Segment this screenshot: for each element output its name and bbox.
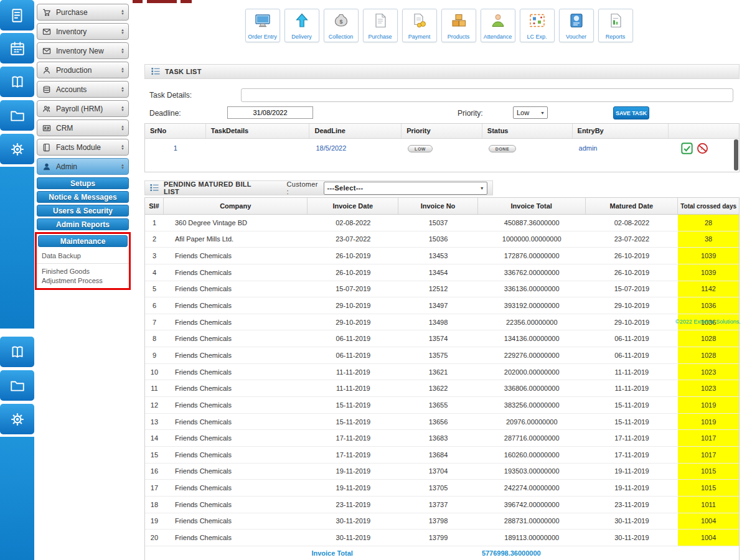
toolbar-button-reports[interactable]: Reports [598,9,633,42]
bill-invoice-date: 17-11-2019 [308,447,398,463]
task-list-panel: TASK LIST Task Details: Deadline: Priori… [144,64,740,172]
bill-company: Friends Chemicals [164,297,308,314]
sidebar-item-setups[interactable]: Setups [37,177,129,189]
bill-invoice-date: 19-11-2019 [308,480,398,496]
toolbar-button-payment[interactable]: Payment [402,9,437,42]
rail-button-notes-icon[interactable] [0,0,34,30]
rail-button-ledger-icon[interactable] [0,337,34,367]
task-srno: 1 [145,144,206,152]
ledger-icon [9,344,26,360]
bill-invoice-total: 193503.00000000 [478,464,586,480]
sort-arrows-icon: ▲▼ [121,164,125,170]
rail-button-calendar-icon[interactable] [0,33,34,63]
bill-company: Friends Chemicals [164,430,308,446]
bill-slno: 14 [145,430,164,446]
toolbar-button-products[interactable]: Products [441,9,476,42]
task-details-row: Task Details: [144,88,740,102]
bill-invoice-total: 22356.00000000 [478,314,586,330]
sidebar-item-users-security[interactable]: Users & Security [37,205,129,217]
bill-matured-date: 15-07-2019 [586,281,679,297]
bill-company: Friends Chemicals [164,447,308,463]
save-task-button[interactable]: SAVE TASK [613,106,649,119]
sidebar-item-admin[interactable]: Admin▲▼ [37,158,129,175]
task-table-scrollbar[interactable] [734,139,738,170]
priority-select[interactable]: Low ▼ [513,106,548,119]
bill-invoice-date: 19-11-2019 [308,464,398,480]
sidebar-item-finished-goods-adjustment-process[interactable]: Finished Goods Adjustment Process [37,264,129,288]
sort-arrows-icon: ▲▼ [121,48,125,54]
table-row: 2Afil Paper Mills Ltd.23-07-202215036100… [145,231,739,248]
bill-invoice-total: 160260.00000000 [478,447,586,463]
rail-button-folder-icon[interactable] [0,370,34,401]
rail-button-folder-icon[interactable] [0,100,34,131]
bill-invoice-no: 15036 [398,231,478,248]
table-row: 7Friends Chemicals29-10-20191349822356.0… [145,314,739,331]
bill-matured-date: 19-11-2019 [586,464,679,480]
bill-slno: 3 [145,248,164,264]
rail-button-gear-icon[interactable] [0,404,34,434]
toolbar-button-label: Products [448,34,470,40]
sidebar-item-production[interactable]: Production▲▼ [37,62,129,78]
toolbar-button-collection[interactable]: $Collection [324,9,359,42]
task-column-header: EntryBy [573,124,669,138]
sidebar-item-notice-messages[interactable]: Notice & Messages [37,191,129,203]
customer-select[interactable]: ---Select--- ▼ [324,182,487,195]
rail-button-ledger-icon[interactable] [0,67,34,97]
bill-company: Friends Chemicals [164,380,308,396]
sidebar-item-payroll-hrm[interactable]: Payroll (HRM)▲▼ [37,100,129,117]
bill-column-header: Invoice Date [308,198,398,214]
sidebar-item-facts-module[interactable]: Facts Module▲▼ [37,139,129,156]
bill-invoice-total: 336806.00000000 [478,380,586,396]
bill-company: Friends Chemicals [164,330,308,347]
bill-invoice-no: 13575 [398,347,478,363]
task-details-input[interactable] [241,88,733,102]
task-status: DONE [482,144,573,152]
bill-column-header: Sl# [145,198,164,214]
toolbar-button-lc-exp[interactable]: LC Exp. [520,9,555,42]
bill-crossed-days: 1036 [678,297,739,314]
bill-matured-date: 29-10-2019 [586,297,679,314]
bill-crossed-days: 1142 [678,281,739,297]
sidebar-item-maintenance[interactable]: Maintenance [38,235,128,247]
table-row: 14Friends Chemicals17-11-201913683287716… [145,430,739,447]
toolbar-button-voucher[interactable]: Voucher [559,9,594,42]
bill-crossed-days: 1004 [678,530,739,546]
sidebar-item-purchase[interactable]: Purchase▲▼ [37,4,129,21]
folder-icon [9,108,26,124]
toolbar-button-order-entry[interactable]: Order Entry [245,9,280,42]
bill-matured-date: 23-11-2019 [586,497,679,513]
bill-matured-date: 23-07-2022 [586,231,679,248]
bill-column-header: Company [164,198,308,214]
toolbar-button-attendance[interactable]: Attendance [481,9,515,42]
ledger-icon [9,74,26,90]
bill-crossed-days: 38 [678,231,739,248]
sidebar-item-crm[interactable]: CRM▲▼ [37,119,129,136]
bill-crossed-days: 1028 [678,330,739,347]
sidebar-item-inventory-new[interactable]: Inventory New▲▼ [37,42,129,59]
toolbar-button-label: Order Entry [248,34,277,40]
bill-invoice-total: 396742.00000000 [478,497,586,513]
rail-button-gear-icon[interactable] [0,134,34,164]
sidebar-item-inventory[interactable]: Inventory▲▼ [37,23,129,40]
task-details-label: Task Details: [144,91,241,100]
task-entry-by: admin [573,144,669,152]
bill-invoice-no: 13621 [398,364,478,380]
bill-slno: 6 [145,297,164,314]
delete-block-icon[interactable] [697,142,708,154]
task-table-body: 118/5/2022LOWDONEadmin [145,139,739,172]
money-bag-icon: $ [332,12,350,29]
task-column-header: DeadLine [309,124,402,138]
toolbar-button-delivery[interactable]: Delivery [284,9,319,42]
sort-arrows-icon: ▲▼ [121,125,125,131]
sidebar-item-admin-reports[interactable]: Admin Reports [37,218,129,230]
complete-check-icon[interactable] [681,142,693,154]
toolbar-button-purchase[interactable]: Purchase [363,9,398,42]
deadline-input[interactable] [227,106,313,119]
reports-icon [607,12,624,29]
sidebar-item-data-backup[interactable]: Data Backup [37,248,129,264]
sidebar-item-accounts[interactable]: Accounts▲▼ [37,81,129,98]
bill-slno: 15 [145,447,164,463]
table-row: 4Friends Chemicals26-10-201913454336762.… [145,264,739,281]
bill-invoice-total: 202000.00000000 [478,364,586,380]
bill-invoice-no: 13453 [398,248,478,264]
